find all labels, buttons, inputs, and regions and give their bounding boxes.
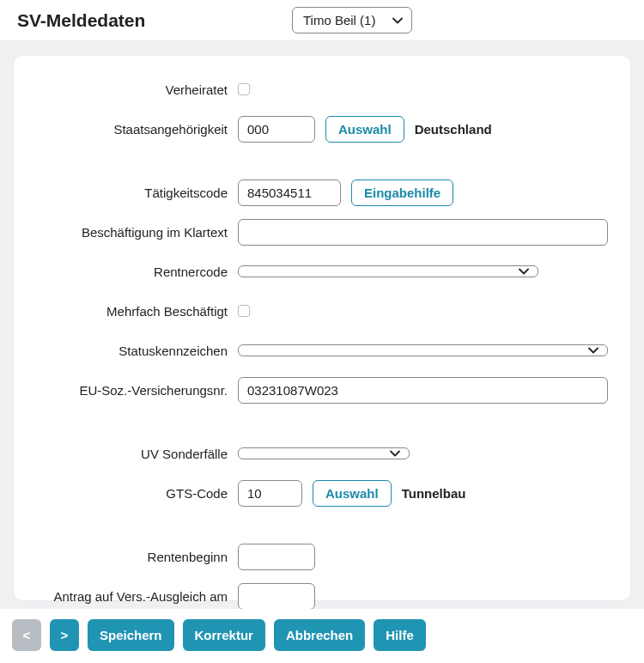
label-antrag: Antrag auf Vers.-Ausgleich am	[36, 589, 238, 604]
button-next[interactable]: >	[50, 619, 79, 651]
button-eingabehilfe[interactable]: Eingabehilfe	[351, 179, 453, 206]
label-uv-sonder: UV Sonderfälle	[36, 447, 238, 461]
label-mehrfach: Mehrfach Beschäftigt	[36, 304, 238, 319]
text-staat-resolved: Deutschland	[415, 122, 492, 137]
button-cancel[interactable]: Abbrechen	[274, 619, 365, 651]
label-statuskennzeichen: Statuskennzeichen	[36, 344, 238, 358]
input-eu-soz[interactable]	[238, 377, 608, 404]
select-statuskennzeichen[interactable]	[238, 344, 608, 356]
chevron-down-icon	[519, 268, 529, 275]
button-korrektur[interactable]: Korrektur	[183, 619, 265, 651]
label-taetigkeit: Tätigkeitscode	[36, 186, 238, 200]
label-verheiratet: Verheiratet	[36, 82, 238, 97]
footer-toolbar: < > Speichern Korrektur Abbrechen Hilfe	[0, 609, 644, 663]
page-title: SV-Meldedaten	[17, 10, 145, 31]
select-rentnercode[interactable]	[238, 265, 538, 277]
form-card: Verheiratet Staatsangehörigkeit Auswahl …	[14, 56, 630, 600]
checkbox-verheiratet[interactable]	[238, 83, 250, 95]
chevron-down-icon	[588, 347, 598, 354]
button-staat-auswahl[interactable]: Auswahl	[325, 116, 404, 143]
select-uv-sonder[interactable]	[238, 447, 410, 459]
chevron-down-icon	[392, 17, 403, 24]
input-gts[interactable]	[238, 480, 302, 507]
button-help[interactable]: Hilfe	[374, 619, 426, 651]
chevron-down-icon	[390, 450, 400, 457]
button-prev[interactable]: <	[12, 619, 41, 651]
button-gts-auswahl[interactable]: Auswahl	[313, 480, 392, 507]
checkbox-mehrfach[interactable]	[238, 305, 250, 317]
text-gts-resolved: Tunnelbau	[402, 486, 466, 501]
input-rentenbeginn[interactable]	[238, 544, 315, 570]
label-besch-klartext: Beschäftigung im Klartext	[36, 225, 238, 240]
button-save[interactable]: Speichern	[88, 619, 174, 651]
employee-select-value: Timo Beil (1)	[303, 13, 375, 27]
input-taetigkeit[interactable]	[238, 179, 341, 206]
label-rentenbeginn: Rentenbeginn	[36, 550, 238, 564]
input-antrag[interactable]	[238, 583, 315, 610]
employee-select[interactable]: Timo Beil (1)	[292, 7, 412, 33]
label-eu-soz: EU-Soz.-Versicherungsnr.	[36, 383, 238, 398]
form-stage: Verheiratet Staatsangehörigkeit Auswahl …	[0, 40, 644, 609]
label-rentnercode: Rentnercode	[36, 265, 238, 279]
label-staat: Staatsangehörigkeit	[36, 122, 238, 137]
input-besch-klartext[interactable]	[238, 219, 608, 246]
header: SV-Meldedaten Timo Beil (1)	[0, 0, 644, 40]
label-gts: GTS-Code	[36, 486, 238, 501]
input-staat[interactable]	[238, 116, 315, 143]
